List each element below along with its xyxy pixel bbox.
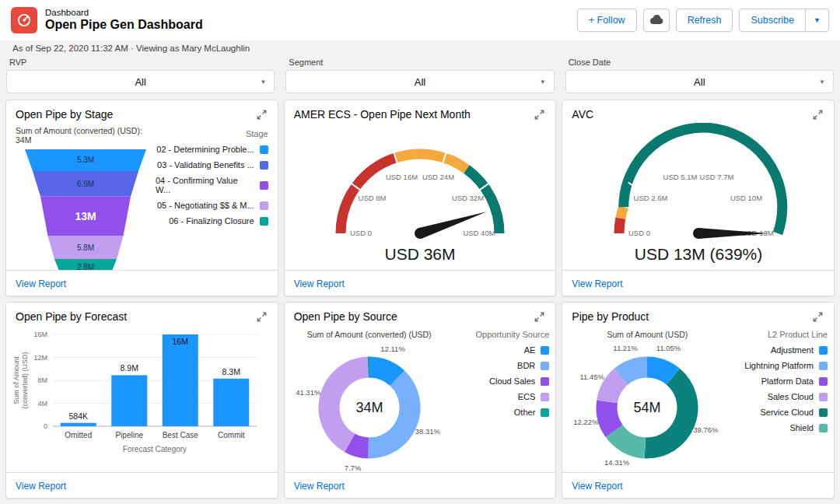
donut-segment — [614, 431, 646, 448]
title-block: Dashboard Open Pipe Gen Dashboard — [45, 8, 203, 33]
widget-grid: Open Pipe by Stage Sum of Amount (conver… — [0, 100, 840, 504]
legend-chip — [260, 145, 268, 154]
bar — [214, 379, 250, 426]
legend-label: Lightning Platform — [744, 361, 814, 370]
donut-percent-label: 12.11% — [380, 345, 405, 353]
card-title: Open Pipe by Forecast — [16, 310, 127, 323]
funnel-value-label: 13M — [75, 210, 96, 222]
legend-chip — [541, 362, 549, 370]
legend-item: Platform Data — [730, 376, 828, 386]
legend-label: 06 - Finalizing Closure — [169, 216, 254, 226]
filter-close-date-select[interactable]: All ▼ — [565, 70, 834, 93]
refresh-button[interactable]: Refresh — [676, 9, 733, 32]
legend-chip — [260, 161, 268, 170]
view-report-link[interactable]: View Report — [572, 481, 622, 492]
view-report-link[interactable]: View Report — [16, 481, 66, 492]
filter-segment-select[interactable]: All ▼ — [285, 70, 554, 93]
bar-value-label: 584K — [69, 411, 89, 421]
dashboard-icon — [11, 7, 37, 33]
expand-icon[interactable] — [255, 310, 268, 324]
card-title: AMER ECS - Open Pipe Next Month — [294, 108, 471, 121]
filter-value: All — [694, 76, 705, 88]
card-title: AVC — [572, 108, 593, 121]
filter-bar: RVP All ▼ Segment All ▼ Close Date All ▼ — [0, 53, 840, 100]
legend-item: Adjustment — [730, 345, 828, 355]
legend-item: 02 - Determining Proble... — [156, 145, 268, 154]
donut-center-value: 54M — [634, 400, 661, 415]
filter-rvp-select[interactable]: All ▼ — [6, 70, 275, 93]
y-tick-label: 0 — [44, 422, 47, 430]
card-open-pipe-by-forecast: Open Pipe by Forecast 04M8M12M16M584KOmi… — [5, 302, 278, 499]
donut-segment — [607, 401, 614, 431]
chart-subtitle: Sum of Amount (converted) (USD): 34M — [16, 126, 156, 145]
legend-label: Adjustment — [771, 345, 814, 355]
gauge-chart: USD 0USD 2.6MUSD 5.1MUSD 7.7MUSD 10MUSD … — [562, 123, 834, 268]
legend-item: Cloud Sales — [453, 376, 550, 386]
donut-chart: 11.05%39.76%14.31%12.22%11.45%11.21%54M — [564, 339, 730, 472]
legend-item: Sales Cloud — [730, 392, 828, 401]
bar-value-label: 16M — [173, 337, 188, 346]
expand-icon[interactable] — [533, 108, 546, 121]
legend-label: 03 - Validating Benefits ... — [157, 160, 254, 170]
legend-item: Other — [453, 408, 550, 417]
filter-label: Segment — [289, 58, 554, 67]
legend-item: Shield — [730, 423, 828, 432]
donut-percent-label: 14.31% — [604, 458, 630, 467]
expand-icon[interactable] — [255, 108, 268, 121]
legend-label: Service Cloud — [761, 408, 814, 417]
legend-item: 04 - Confirming Value W... — [156, 176, 268, 194]
legend-chip — [541, 377, 549, 386]
legend-chip — [819, 362, 828, 370]
gauge-chart: USD 0USD 8MUSD 16MUSD 24MUSD 32MUSD 40MU… — [285, 123, 556, 268]
donut-segment — [647, 367, 673, 376]
chart-measure-title: Sum of Amount (converted) (USD) — [286, 330, 453, 339]
bar-value-label: 8.3M — [222, 367, 240, 376]
donut-percent-label: 39.76% — [694, 425, 719, 434]
subscribe-button-group: Subscribe ▼ — [739, 9, 829, 32]
view-report-link[interactable]: View Report — [294, 278, 345, 289]
legend-item: AE — [453, 345, 550, 355]
x-tick-label: Omitted — [65, 431, 93, 439]
view-report-link[interactable]: View Report — [572, 278, 622, 289]
legend-item: 06 - Finalizing Closure — [156, 216, 268, 226]
chart-measure-title: Sum of Amount (USD) — [564, 330, 730, 339]
gauge-band — [395, 154, 466, 169]
view-report-link[interactable]: View Report — [16, 278, 66, 289]
filter-value: All — [415, 76, 425, 88]
funnel-chart: 5.3M6.9M13M5.8M2.8M — [16, 148, 156, 270]
gauge-tick-label: USD 10M — [730, 194, 762, 202]
expand-icon[interactable] — [811, 108, 824, 121]
legend: L2 Product Line AdjustmentLightning Plat… — [730, 325, 828, 472]
gauge-value-label: USD 13M (639%) — [634, 245, 762, 263]
y-tick-label: 12M — [34, 354, 48, 362]
expand-icon[interactable] — [811, 310, 824, 324]
follow-button-label: + Follow — [589, 15, 625, 26]
view-report-link[interactable]: View Report — [294, 481, 345, 492]
cloud-icon-button[interactable] — [643, 9, 670, 32]
legend-item: BDR — [453, 361, 550, 370]
donut-segment — [349, 443, 368, 448]
page-title: Open Pipe Gen Dashboard — [45, 18, 203, 32]
legend-chip — [541, 408, 549, 417]
legend-chip — [819, 393, 828, 401]
gauge-tick-label: USD 0 — [628, 229, 650, 237]
bar-chart: 04M8M12M16M584KOmitted8.9MPipeline16MBes… — [6, 325, 278, 471]
funnel-value-label: 6.9M — [77, 180, 94, 188]
header-left: Dashboard Open Pipe Gen Dashboard — [11, 7, 203, 33]
chevron-down-icon: ▼ — [819, 79, 825, 86]
x-tick-label: Best Case — [163, 431, 199, 439]
chevron-down-icon: ▼ — [540, 79, 546, 86]
y-tick-label: 8M — [38, 376, 48, 384]
more-actions-button[interactable]: ▼ — [806, 9, 829, 32]
expand-icon[interactable] — [533, 310, 546, 324]
legend-chip — [819, 424, 828, 432]
y-axis-title: (converted) (USD) — [21, 352, 29, 408]
card-open-pipe-by-stage: Open Pipe by Stage Sum of Amount (conver… — [5, 100, 278, 296]
legend: Opportunity Source AEBDRCloud SalesECSOt… — [453, 325, 550, 472]
cloud-icon — [649, 14, 663, 27]
gauge-tick-label: USD 40M — [463, 229, 495, 237]
legend-chip — [819, 346, 828, 355]
card-title: Open Pipe by Stage — [16, 108, 113, 121]
follow-button[interactable]: + Follow — [577, 9, 637, 32]
subscribe-button[interactable]: Subscribe — [739, 9, 806, 32]
